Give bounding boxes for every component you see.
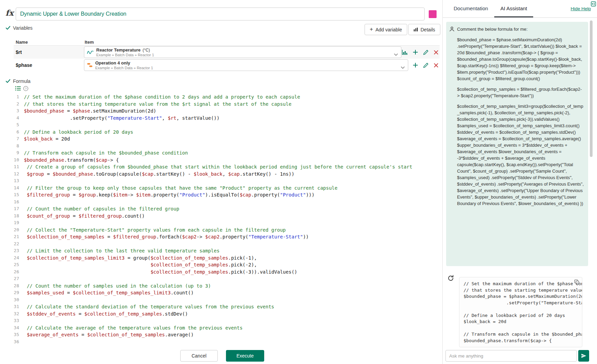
code-line: 6// Define a lookback period of 20 days	[14, 129, 440, 136]
code-line: 2// that stores the starting temperature…	[14, 101, 440, 108]
add-icon[interactable]	[413, 63, 418, 68]
user-message-paragraph: $bounded_phase = $phase.setMaximumDurati…	[457, 37, 584, 82]
code-line: 12 $group = $bounded_phase.toGroup(capsu…	[14, 171, 440, 178]
line-number: 33	[14, 317, 24, 324]
line-number: 5	[14, 121, 24, 129]
assistant-code-block: // Set the maximum duration of the $phas…	[459, 277, 582, 347]
tab-ai-assistant[interactable]: AI Assistant	[494, 0, 533, 17]
formula-check-icon	[5, 78, 11, 84]
line-number: 8	[14, 143, 24, 150]
send-button[interactable]	[578, 350, 589, 362]
line-number: 29	[14, 289, 24, 296]
help-panel: Documentation AI Assistant Hide Help Com…	[442, 0, 597, 364]
line-number: 28	[14, 282, 24, 290]
remove-x-icon[interactable]	[434, 63, 438, 68]
line-number: 10	[14, 157, 24, 164]
code-line: 16	[14, 199, 440, 206]
item-select-rt[interactable]: Reactor Temperature (°C) Example » Batch…	[84, 46, 401, 58]
formula-title-input[interactable]	[16, 8, 425, 20]
line-number: 4	[14, 115, 24, 122]
chat-scrollbar[interactable]	[590, 20, 593, 157]
tab-documentation[interactable]: Documentation	[447, 0, 494, 17]
line-number: 3	[14, 107, 24, 115]
line-number: 32	[14, 310, 24, 318]
ask-input[interactable]	[445, 350, 577, 362]
user-message-prompt: Comment the below formula for me:	[457, 26, 584, 32]
formula-documentation-icon[interactable]	[15, 86, 21, 92]
color-swatch-button[interactable]	[429, 10, 437, 18]
bar-chart-icon	[413, 27, 418, 32]
line-number: 7	[14, 135, 24, 143]
line-number: 31	[14, 303, 24, 310]
hide-help-link[interactable]: Hide Help	[571, 6, 591, 11]
variables-check-icon	[5, 25, 11, 31]
add-variable-button[interactable]: + Add variable	[365, 24, 407, 35]
line-number: 23	[14, 247, 24, 254]
copy-icon[interactable]	[574, 279, 579, 286]
line-number: 9	[14, 149, 24, 157]
code-line: 30	[14, 296, 440, 304]
code-line: 7$look_back = 20d	[14, 135, 440, 143]
svg-text:?: ?	[25, 87, 27, 90]
cancel-button[interactable]: Cancel	[180, 350, 218, 362]
line-number: 22	[14, 241, 24, 248]
line-number: 20	[14, 227, 24, 234]
line-number: 21	[14, 233, 24, 241]
user-message: Comment the below formula for me: $bound…	[446, 22, 588, 266]
chevron-down-icon	[401, 64, 405, 70]
edit-pencil-icon[interactable]	[423, 50, 428, 55]
help-question-icon[interactable]: ?	[23, 86, 28, 92]
code-line: 23 // Limit the collection to the last t…	[14, 247, 440, 254]
collapse-help-icon[interactable]	[591, 1, 596, 8]
ai-assistant-icon	[447, 275, 454, 283]
code-line: 14 // Filter the group to keep only thos…	[14, 185, 440, 192]
code-line: 22	[14, 241, 440, 248]
code-line: 5	[14, 121, 440, 129]
execute-button[interactable]: Execute	[226, 350, 264, 362]
code-line: 24 $collection_of_temp_samples_limit3 = …	[14, 254, 440, 262]
variable-name: $rt	[16, 46, 22, 59]
line-number: 36	[14, 338, 24, 346]
code-line: 25 $collection_of_temp_samples.pick(-2),	[14, 261, 440, 268]
code-line: 29 $samples_used = $collection_of_temp_s…	[14, 289, 440, 296]
column-header-name: Name	[16, 40, 28, 45]
item-unit: (°C)	[143, 48, 150, 53]
line-number: 19	[14, 219, 24, 227]
code-line: 15 $filtered_group = $group.keep($item->…	[14, 191, 440, 199]
user-message-paragraphs: $bounded_phase = $phase.setMaximumDurati…	[457, 37, 584, 207]
formula-editor[interactable]: 1// Set the maximum duration of the $pha…	[14, 93, 440, 346]
line-number: 27	[14, 275, 24, 282]
code-line: 18 $count_of_group = $filtered_group.cou…	[14, 213, 440, 220]
variable-name: $phase	[16, 59, 32, 72]
trend-preview-icon[interactable]	[402, 50, 408, 55]
code-line: 33	[14, 317, 440, 324]
code-line: 13	[14, 177, 440, 185]
line-number: 13	[14, 177, 24, 185]
code-line: 35 $average_of_events = $collection_of_t…	[14, 331, 440, 338]
code-line: 8	[14, 143, 440, 150]
details-button[interactable]: Details	[408, 24, 440, 35]
chevron-down-icon	[394, 51, 398, 57]
code-line: 21 $collection_of_temp_samples = $filter…	[14, 233, 440, 241]
signal-icon	[87, 50, 94, 55]
item-select-phase[interactable]: Operation 4 only Example » Batch Data » …	[84, 59, 408, 71]
formula-fx-icon: fx	[5, 8, 14, 17]
code-line: 28 // Count the number of samples used i…	[14, 282, 440, 290]
line-number: 30	[14, 296, 24, 304]
line-number: 25	[14, 261, 24, 268]
line-number: 2	[14, 101, 24, 108]
assistant-code-pre: // Set the maximum duration of the $phas…	[464, 281, 578, 344]
code-line: 11 // Create a group of capsules from $b…	[14, 163, 440, 171]
remove-x-icon[interactable]	[434, 50, 438, 55]
line-number: 12	[14, 171, 24, 178]
line-number: 1	[14, 93, 24, 101]
add-icon[interactable]	[413, 50, 418, 55]
code-line: 26 $collection_of_temp_samples.pick(-3))…	[14, 268, 440, 276]
formula-section-label: Formula	[13, 78, 30, 84]
edit-pencil-icon[interactable]	[423, 63, 428, 68]
variables-section-label: Variables	[13, 25, 32, 31]
line-number: 24	[14, 254, 24, 262]
code-line: 9// Transform each capsule in the $bound…	[14, 149, 440, 157]
line-number: 14	[14, 185, 24, 192]
line-number: 18	[14, 213, 24, 220]
